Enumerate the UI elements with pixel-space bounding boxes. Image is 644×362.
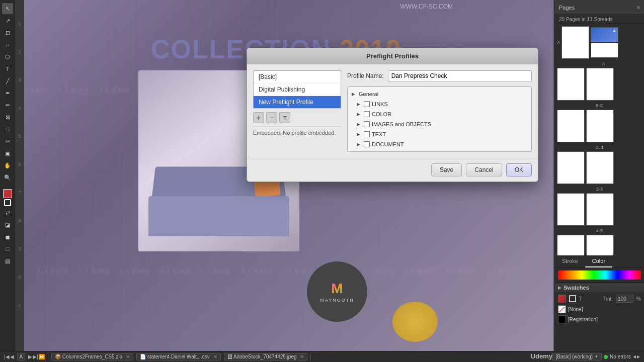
file-tab-2[interactable]: 📄 statement-Daniel Walt....csv ✕ <box>136 353 221 360</box>
text-checkbox[interactable] <box>364 131 370 137</box>
cancel-button[interactable]: Cancel <box>466 163 502 176</box>
color-checkbox[interactable] <box>364 111 370 117</box>
thumb-1[interactable] <box>586 110 614 142</box>
dialog-profile-panel: [Basic] Digital Publishing New Preflight… <box>253 70 341 152</box>
play-button[interactable]: ▶ <box>28 354 32 359</box>
add-profile-button[interactable]: + <box>253 112 264 123</box>
errors-expand[interactable]: ◀ ▶ <box>633 354 640 359</box>
category-images[interactable]: ▶ IMAGES and OBJECTS <box>348 119 531 129</box>
pencil-tool[interactable]: ✏ <box>2 100 13 111</box>
profile-selector[interactable]: [Basic] (working) ▼ <box>552 353 602 360</box>
swatches-title: Swatches <box>564 285 589 291</box>
thumb-4[interactable] <box>557 193 585 226</box>
thumb-a-right-bottom[interactable] <box>591 43 618 58</box>
spread-a: A A <box>557 26 642 59</box>
swap-colors[interactable]: ⇄ <box>2 207 13 218</box>
swatch-none[interactable]: [None] <box>555 304 644 314</box>
document-checkbox[interactable] <box>364 141 370 147</box>
ok-button[interactable]: OK <box>506 163 532 176</box>
thumb-a-left[interactable] <box>561 26 589 59</box>
line-tool[interactable]: ╱ <box>2 75 13 86</box>
pages-panel-menu[interactable]: ≡ <box>637 5 640 11</box>
fill-swatch[interactable] <box>558 295 566 303</box>
scissors-tool[interactable]: ✂ <box>2 136 13 147</box>
prev-page-arrow[interactable]: ◀ <box>10 354 14 359</box>
file-tab-3[interactable]: 🖼 AdobeStock_70474425.jpeg ✕ <box>224 353 308 360</box>
category-general[interactable]: ▶ General <box>348 89 531 99</box>
thumb-b[interactable] <box>557 68 585 101</box>
thumb-5[interactable] <box>586 193 614 226</box>
stroke-swatch[interactable] <box>569 295 576 302</box>
file-tab-1[interactable]: 📦 Columns2Frames_CS5.zip ✕ <box>51 353 133 360</box>
next-page-arrow[interactable]: ▶| <box>33 354 38 359</box>
swatches-header[interactable]: ▶ Swatches <box>555 282 644 293</box>
hand-tool[interactable]: ✋ <box>2 160 13 171</box>
dialog-buttons: Save Cancel OK <box>247 158 538 182</box>
tint-label: Tint: <box>603 296 613 302</box>
spread-45 <box>557 193 642 226</box>
thumb-3[interactable] <box>586 151 614 184</box>
save-button[interactable]: Save <box>431 163 462 176</box>
first-page-arrow[interactable]: |◀ <box>4 354 10 359</box>
direct-select-tool[interactable]: ↗ <box>2 15 13 26</box>
dialog-body: [Basic] Digital Publishing New Preflight… <box>247 64 538 158</box>
zoom-tool[interactable]: 🔍 <box>2 172 13 183</box>
close-tab-1[interactable]: ✕ <box>126 354 130 359</box>
close-tab-3[interactable]: ✕ <box>300 354 304 359</box>
separator-2 <box>310 353 311 360</box>
profile-name-input[interactable] <box>388 70 532 81</box>
category-text[interactable]: ▶ TEXT <box>348 129 531 139</box>
rectangle-frame-tool[interactable]: ⊠ <box>2 112 13 123</box>
pages-panel-header: Pages ≡ <box>555 0 644 15</box>
tab-stroke[interactable]: Stroke <box>555 255 585 267</box>
category-color[interactable]: ▶ COLOR <box>348 109 531 119</box>
gap-tool[interactable]: ↔ <box>2 39 13 50</box>
profile-menu-button[interactable]: ≡ <box>279 112 290 123</box>
swatch-registration[interactable]: [Registration] <box>555 314 644 324</box>
profile-item-basic[interactable]: [Basic] <box>254 71 341 83</box>
stroke-color[interactable] <box>4 199 11 206</box>
category-document[interactable]: ▶ DOCUMENT <box>348 139 531 149</box>
remove-profile-button[interactable]: − <box>266 112 277 123</box>
apply-color[interactable]: ■ <box>2 231 13 242</box>
type-indicator: T <box>579 296 582 302</box>
thumb-a-right-top[interactable]: A <box>591 27 618 42</box>
pages-info: 20 Pages in 11 Spreads <box>555 15 644 24</box>
selection-tool[interactable]: ↖ <box>2 3 13 14</box>
spread-23-label: 2-3 <box>557 186 642 193</box>
profile-item-digital[interactable]: Digital Publishing <box>254 83 341 96</box>
thumb-c[interactable] <box>586 68 614 101</box>
normal-mode[interactable]: □ <box>2 243 13 254</box>
thumb-7[interactable] <box>586 235 614 255</box>
profile-item-new[interactable]: New Preflight Profile <box>254 96 341 109</box>
page-indicator[interactable]: A <box>17 353 26 360</box>
images-label: IMAGES and OBJECTS <box>372 121 431 127</box>
text-label: TEXT <box>372 131 386 137</box>
profile-list: [Basic] Digital Publishing New Preflight… <box>253 70 341 109</box>
tint-input[interactable] <box>616 295 633 303</box>
thumb-6[interactable] <box>557 235 585 255</box>
content-collector[interactable]: ⬡ <box>2 51 13 62</box>
images-checkbox[interactable] <box>364 121 370 127</box>
preview-mode[interactable]: ▤ <box>2 255 13 266</box>
preflight-dialog: Preflight Profiles [Basic] Digital Publi… <box>247 48 538 182</box>
links-label: LINKS <box>372 101 388 107</box>
rectangle-tool[interactable]: □ <box>2 124 13 135</box>
color-gradient-bar[interactable] <box>558 270 641 280</box>
last-page-arrow[interactable]: ⏩ <box>39 354 45 359</box>
category-links[interactable]: ▶ LINKS <box>348 99 531 109</box>
gradient-swatch-tool[interactable]: ▣ <box>2 148 13 159</box>
type-tool[interactable]: T <box>2 63 13 74</box>
thumb-d[interactable] <box>557 110 585 142</box>
default-colors[interactable]: ◪ <box>2 219 13 230</box>
thumb-2[interactable] <box>557 151 585 184</box>
document-expand-icon: ▶ <box>357 142 362 147</box>
fill-color[interactable] <box>3 189 12 198</box>
page-thumbnails[interactable]: A A A B-C D, 1 2-3 <box>555 24 644 255</box>
page-tool[interactable]: ⊡ <box>2 27 13 38</box>
tab-color[interactable]: Color <box>585 255 612 267</box>
links-checkbox[interactable] <box>364 101 370 107</box>
close-tab-2[interactable]: ✕ <box>213 354 217 359</box>
tools-panel: ↖ ↗ ⊡ ↔ ⬡ T ╱ ✒ ✏ ⊠ □ ✂ ▣ ✋ 🔍 ⇄ ◪ ■ □ ▤ <box>0 0 15 362</box>
pen-tool[interactable]: ✒ <box>2 87 13 99</box>
